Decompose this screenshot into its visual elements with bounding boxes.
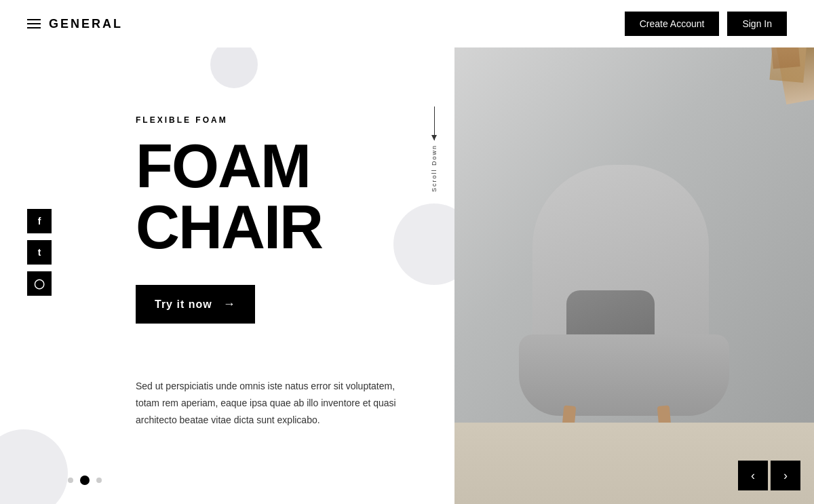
cta-button[interactable]: Try it now → xyxy=(136,285,255,324)
pagination-dot-1[interactable] xyxy=(68,478,73,483)
social-icons: f t ◯ xyxy=(27,209,52,296)
scroll-text: Scroll Down xyxy=(431,144,438,192)
hero-subtitle: FLEXIBLE FOAM xyxy=(136,115,400,125)
hero-title: FOAM CHAIR xyxy=(136,136,400,258)
brand-name: GENERAL xyxy=(49,17,123,31)
chair-seat xyxy=(519,334,729,416)
sign-in-button[interactable]: Sign In xyxy=(727,12,787,36)
slide-prev-button[interactable]: ‹ xyxy=(738,461,768,490)
hero-description: Sed ut perspiciatis unde omnis iste natu… xyxy=(136,378,400,429)
chair-background xyxy=(454,0,814,504)
hero-content: FLEXIBLE FOAM FOAM CHAIR Try it now → Se… xyxy=(0,47,454,504)
twitter-icon[interactable]: t xyxy=(27,240,52,265)
hero-image-panel xyxy=(454,0,814,504)
cta-arrow-icon: → xyxy=(223,297,236,311)
nav-left: GENERAL xyxy=(27,17,123,31)
facebook-icon[interactable]: f xyxy=(27,209,52,233)
pagination-dot-2[interactable] xyxy=(80,476,90,485)
instagram-icon[interactable]: ◯ xyxy=(27,271,52,296)
menu-icon[interactable] xyxy=(27,19,41,28)
create-account-button[interactable]: Create Account xyxy=(625,12,720,36)
cta-label: Try it now xyxy=(155,298,212,311)
nav-actions: Create Account Sign In xyxy=(625,12,787,36)
navbar: GENERAL Create Account Sign In xyxy=(0,0,814,47)
slide-navigation: ‹ › xyxy=(738,461,800,490)
slide-next-button[interactable]: › xyxy=(771,461,800,490)
scroll-indicator: Scroll Down xyxy=(431,106,438,192)
pagination-dot-3[interactable] xyxy=(96,478,102,483)
scroll-arrow-icon xyxy=(434,106,435,140)
hero-section: f t ◯ FLEXIBLE FOAM FOAM CHAIR Try it no… xyxy=(0,0,814,504)
pagination xyxy=(68,476,102,485)
